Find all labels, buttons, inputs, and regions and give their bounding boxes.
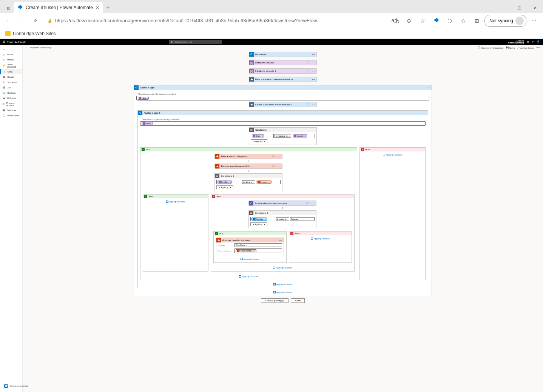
favorite-icon[interactable]: ☆ (417, 15, 429, 27)
back-button[interactable]: ← (3, 15, 14, 26)
sidebar-item-connettori[interactable]: ⚭Connettori (0, 80, 22, 85)
condition-left[interactable]: Error...× (251, 134, 274, 138)
gear-icon[interactable]: ⚙ (527, 40, 529, 43)
save-flow-button[interactable]: Salva (291, 298, 305, 303)
refresh-button[interactable]: ⟳ (30, 15, 41, 26)
loop-input[interactable]: value × (140, 121, 426, 126)
card-menu-icon[interactable]: ⋯ (276, 174, 282, 178)
sidebar-item-process-advisor[interactable]: ⚙Process Advisor (0, 101, 22, 108)
minimize-button[interactable]: — (495, 2, 511, 13)
condition-right[interactable]: Nome v...× (256, 180, 281, 184)
account-icon[interactable]: 👤 (537, 40, 540, 43)
card-menu-icon[interactable]: ⋯ (310, 61, 316, 65)
init-var2-card[interactable]: {x}Inizializza variabile 2ⓘ⋯ (249, 68, 317, 74)
card-menu-icon[interactable]: ⋯ (310, 53, 316, 56)
sidebar-item-dati[interactable]: ▤Dati (0, 85, 22, 90)
list-flows-card[interactable]: ◆Elenca flussi come amministratore 2ⓘ⋯ (249, 102, 317, 107)
flow-ext-icon[interactable] (430, 15, 442, 27)
new-tab-button[interactable]: + (103, 3, 113, 13)
new-step-button[interactable]: + Nuovo passaggio (261, 298, 289, 303)
tab-actions-icon[interactable]: ▥ (3, 3, 14, 13)
trigger-card[interactable]: ⟳Ricorrenza⋯ (249, 52, 317, 57)
add-action-button[interactable]: +Aggiungi un'azione (383, 154, 402, 156)
sidebar-item-attività[interactable]: ⎘Attività (0, 57, 22, 62)
get-profile-card[interactable]: ■Recupera profilo utente (V2)ⓘ⋯ (214, 164, 282, 169)
add-condition-button[interactable]: + Aggiungi (216, 185, 233, 189)
close-tab-icon[interactable]: × (96, 5, 99, 11)
favorites-bar-icon[interactable]: ✩ (457, 15, 469, 27)
save-button[interactable]: 💾 Salva (506, 46, 515, 49)
condition-operator[interactable]: contiene (242, 180, 255, 184)
back-arrow[interactable]: ← (26, 46, 28, 49)
close-window-button[interactable]: ✕ (527, 2, 543, 13)
loop-input[interactable]: value × (136, 96, 429, 100)
condition-card[interactable]: ⊞Condizione⋯ Error...× è maggiore d... r… (249, 127, 317, 145)
condition-right[interactable]: Approve (290, 217, 315, 221)
init-var-card[interactable]: {x}Inizializza variabileⓘ⋯ (249, 60, 317, 65)
sidebar-item-modelli[interactable]: ▦Modelli (0, 74, 22, 80)
condition3-card[interactable]: ⊞Condizione 3⋯ Risultato...× è uguale a (248, 210, 316, 228)
sidebar-toggle[interactable]: ≡ (0, 46, 22, 52)
translate-icon[interactable]: aあ (389, 15, 401, 27)
condition2-card[interactable]: ⊞Condizione 2⋯ length(...)× contiene Nom… (214, 173, 282, 191)
add-action-button[interactable]: +Aggiungi un'azione (241, 258, 259, 260)
maximize-button[interactable]: ▢ (511, 2, 527, 13)
add-action-button[interactable]: +Aggiungi un'azione (273, 267, 292, 269)
info-icon[interactable]: ⓘ (305, 61, 310, 65)
list-members-card[interactable]: ◆Elenca membri del gruppoⓘ⋯ (214, 154, 282, 159)
condition-left[interactable]: length(...)× (216, 180, 241, 184)
chat-bot[interactable]: 💬 Chatta con un bot (4, 384, 28, 388)
sidebar-item-informazioni[interactable]: ⓘInformazioni (0, 113, 22, 118)
card-menu-icon[interactable]: ⋯ (310, 202, 316, 205)
card-menu-icon[interactable]: ⋯ (426, 86, 432, 90)
sidebar-item-home[interactable]: ⌂Home (0, 52, 22, 57)
condition-left[interactable]: Risultato...× (250, 217, 275, 221)
add-condition-button[interactable]: + Aggiungi (251, 139, 267, 143)
profile-sync-button[interactable]: Not syncing (484, 15, 526, 27)
card-menu-icon[interactable]: ⋯ (278, 239, 284, 242)
sidebar-item-flussi-personali[interactable]: ⚡Flussi personali (0, 62, 22, 69)
card-menu-icon[interactable]: ⋯ (276, 155, 282, 158)
condition-operator[interactable]: è uguale a (276, 217, 289, 221)
add-action-button[interactable]: +Aggiungi un'azione (311, 238, 330, 240)
condition-operator[interactable]: è maggiore d... (275, 134, 291, 138)
add-action-button[interactable]: +Aggiungi un'azione (273, 291, 292, 293)
zoom-out-icon[interactable]: ⊖ (403, 15, 415, 27)
sidebar-item-monitora[interactable]: 📊Monitora (0, 90, 22, 96)
info-icon[interactable]: ⓘ (305, 77, 310, 81)
add-action-button[interactable]: +Aggiungi un'azione (273, 283, 292, 286)
collections-icon[interactable]: ⊞ (471, 15, 483, 27)
search-input[interactable]: 🔍 Cerca risorse utili (169, 40, 222, 44)
user-input[interactable]: Flusso creato d...× (234, 248, 282, 253)
help-icon[interactable]: ? (532, 41, 534, 43)
extensions-icon[interactable]: ⬡ (444, 15, 456, 27)
sidebar-item-soluzioni[interactable]: ▣Soluzioni (0, 108, 22, 113)
approval-card[interactable]: ✓Avvia e attendi un'approvazioneⓘ⋯ (248, 201, 316, 206)
test-button[interactable]: Test (536, 46, 540, 49)
value-token[interactable]: value × (138, 97, 149, 100)
condition-right[interactable]: reportD...× (292, 134, 315, 138)
comments-button[interactable]: 💬 Commenti (anteprima) (478, 46, 503, 49)
card-menu-icon[interactable]: ⋯ (310, 128, 316, 132)
list-env-card[interactable]: ◆Elenca ambienti come amministratoreⓘ⋯ (249, 77, 317, 82)
card-menu-icon[interactable]: ⋯ (310, 69, 316, 73)
verify-button[interactable]: ✓ Verifica flusso (517, 46, 534, 49)
info-icon[interactable]: ⓘ (305, 69, 310, 73)
card-menu-icon[interactable]: ⋯ (310, 78, 316, 81)
group-id-input[interactable]: Flow Users (234, 243, 282, 247)
card-menu-icon[interactable]: ⋯ (276, 165, 282, 168)
value-token[interactable]: value × (142, 122, 153, 125)
waffle-icon[interactable]: ⠿ (3, 40, 5, 44)
card-menu-icon[interactable]: ⋯ (422, 111, 428, 115)
sidebar-item-crea[interactable]: +Crea (0, 69, 22, 74)
add-action-button[interactable]: +Aggiungi un'azione (166, 201, 185, 203)
sidebar-item-ai-builder[interactable]: ◆AI Builder (0, 96, 22, 101)
card-menu-icon[interactable]: ⋯ (310, 103, 316, 106)
url-field[interactable]: 🔒 https://us.flow.microsoft.com/manage/e… (44, 16, 386, 25)
card-menu-icon[interactable]: ⋯ (310, 211, 316, 215)
environment-picker[interactable]: Ambienti Contoso (default) (508, 40, 524, 44)
add-member-card[interactable]: ◆Aggiungi membro al gruppoⓘ⋯ *ID gruppo … (216, 238, 284, 254)
more-icon[interactable]: ⋯ (528, 15, 540, 27)
favorite-link[interactable]: Lionbridge Web Sites (13, 31, 56, 36)
flow-name[interactable]: Populate Flow Group (30, 46, 51, 49)
